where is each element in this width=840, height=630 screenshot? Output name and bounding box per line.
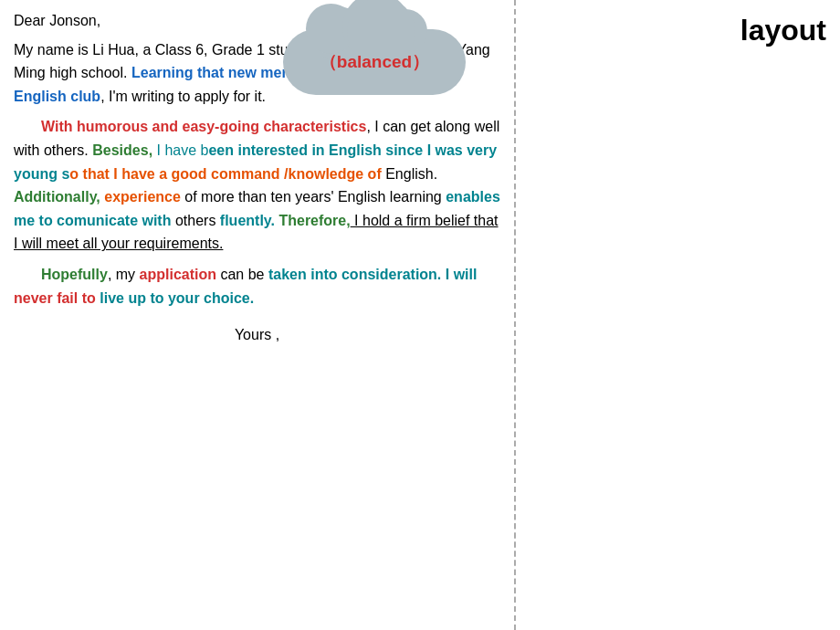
my-text: , my <box>108 267 140 282</box>
can-be-text: can be <box>216 267 268 282</box>
paragraph-2: With humorous and easy-going characteris… <box>14 115 500 256</box>
yours-line: Yours , <box>14 323 500 347</box>
left-panel: （balanced） Dear Jonson, My name is Li Hu… <box>0 0 516 630</box>
paragraph-3: Hopefully, my application can be taken i… <box>14 263 500 310</box>
live-up-text: live up to your choice. <box>96 290 254 306</box>
experience-text: experience <box>100 189 181 205</box>
greeting-text: Dear Jonson, <box>14 13 100 28</box>
cloud-shape: （balanced） <box>283 29 466 95</box>
english-text: English. <box>382 166 437 182</box>
cloud-container: （balanced） <box>283 29 484 116</box>
application-text: application <box>140 267 216 282</box>
humorous-text: With humorous and easy-going characteris… <box>41 119 366 134</box>
fluently-text: fluently. <box>220 213 275 228</box>
interested-text: I have b <box>152 142 208 158</box>
others-text: others <box>171 213 219 228</box>
more-than-text: of more than ten years' English learning <box>181 189 446 205</box>
taken-into-text: taken into consideration. I will <box>268 267 477 282</box>
therefore-text: Therefore, <box>275 213 351 228</box>
so-that-text: o that I have a good command /knowledge … <box>69 166 381 182</box>
besides-text: Besides, <box>92 142 152 158</box>
balanced-word: balanced） <box>337 52 429 71</box>
hopefully-text: Hopefully <box>41 267 108 282</box>
right-panel: layout Greeting, 凤头 beginning attractive… <box>516 0 840 630</box>
layout-title: layout <box>740 14 826 47</box>
cloud-text: （balanced） <box>320 50 429 74</box>
never-fail-text: never fail to <box>14 290 96 306</box>
additionally-text: Additionally, <box>14 189 100 205</box>
yours-text: Yours , <box>235 327 279 342</box>
